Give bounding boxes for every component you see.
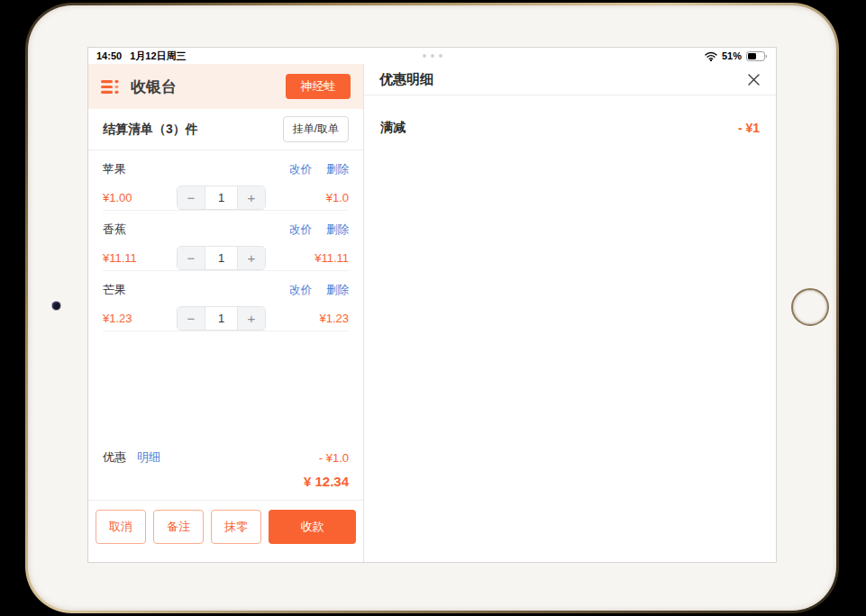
item-unit-price: ¥1.00	[103, 191, 168, 204]
delete-item-link[interactable]: 删除	[326, 283, 349, 298]
battery-percent: 51%	[722, 50, 742, 61]
cashier-header: 收银台 神经蛙	[88, 64, 363, 109]
discount-amount: - ¥1.0	[319, 451, 349, 465]
decrease-qty-button[interactable]: −	[178, 247, 205, 269]
quantity-stepper: − 1 +	[177, 246, 266, 270]
discount-label: 优惠	[103, 449, 126, 466]
menu-list-icon	[101, 79, 120, 95]
item-name: 香蕉	[103, 222, 126, 238]
discount-row-value: - ¥1	[738, 121, 760, 135]
page-title: 收银台	[131, 77, 177, 97]
quantity-stepper: − 1 +	[177, 186, 266, 210]
increase-qty-button[interactable]: +	[238, 186, 265, 209]
cart-item-row: 香蕉 改价 删除 ¥11.11 − 1 +	[88, 211, 363, 271]
item-unit-price: ¥11.11	[103, 251, 168, 265]
change-price-link[interactable]: 改价	[289, 162, 312, 177]
checkout-list-header: 结算清单（3）件 挂单/取单	[88, 109, 363, 150]
status-right: 51%	[705, 50, 768, 61]
increase-qty-button[interactable]: +	[238, 247, 265, 269]
discount-row-label: 满减	[380, 120, 406, 136]
quantity-stepper: − 1 +	[177, 306, 266, 331]
checkout-button[interactable]: 收款	[269, 510, 356, 544]
cart-item-row: 芒果 改价 删除 ¥1.23 − 1 +	[88, 271, 363, 331]
order-summary: 优惠 明细 - ¥1.0 ¥ 12.34	[88, 449, 363, 500]
discount-detail-panel: 优惠明细 满减 - ¥1	[364, 64, 776, 562]
close-icon[interactable]	[747, 73, 761, 86]
decrease-qty-button[interactable]: −	[178, 307, 205, 330]
battery-icon	[746, 51, 768, 61]
item-line-total: ¥11.11	[284, 251, 349, 265]
cancel-button[interactable]: 取消	[96, 510, 146, 544]
brand-button[interactable]: 神经蛙	[286, 74, 351, 99]
discount-panel-title: 优惠明细	[379, 71, 433, 88]
cart-item-row: 苹果 改价 删除 ¥1.00 − 1 +	[88, 150, 363, 211]
app-screen: 14:501月12日周三 51%	[87, 47, 777, 563]
qty-value: 1	[205, 307, 238, 330]
action-bar: 取消 备注 抹零 收款	[88, 500, 363, 562]
round-off-button[interactable]: 抹零	[211, 510, 261, 544]
status-time: 14:50	[96, 50, 122, 61]
item-unit-price: ¥1.23	[103, 312, 168, 325]
discount-detail-link[interactable]: 明细	[137, 449, 160, 466]
item-line-total: ¥1.0	[284, 191, 349, 204]
increase-qty-button[interactable]: +	[238, 307, 265, 330]
screenshot-stage: 14:501月12日周三 51%	[0, 0, 866, 616]
multitask-dots-icon	[423, 54, 442, 58]
change-price-link[interactable]: 改价	[289, 283, 312, 298]
front-camera	[52, 302, 60, 310]
item-line-total: ¥1.23	[284, 312, 349, 325]
discount-row: 满减 - ¥1	[364, 120, 776, 136]
status-left: 14:501月12日周三	[96, 50, 195, 63]
wifi-icon	[705, 51, 717, 61]
change-price-link[interactable]: 改价	[289, 222, 312, 238]
item-name: 苹果	[103, 161, 126, 177]
note-button[interactable]: 备注	[153, 510, 204, 544]
delete-item-link[interactable]: 删除	[326, 222, 349, 238]
app-content: 收银台 神经蛙 结算清单（3）件 挂单/取单 苹果 改价 删除	[88, 64, 776, 562]
status-bar: 14:501月12日周三 51%	[88, 48, 776, 64]
discount-panel-header: 优惠明细	[364, 64, 776, 95]
qty-value: 1	[205, 247, 238, 269]
qty-value: 1	[205, 186, 238, 209]
delete-item-link[interactable]: 删除	[326, 162, 349, 177]
cashier-panel: 收银台 神经蛙 结算清单（3）件 挂单/取单 苹果 改价 删除	[88, 64, 364, 562]
checkout-list-title: 结算清单（3）件	[103, 122, 198, 138]
item-name: 芒果	[103, 282, 126, 298]
decrease-qty-button[interactable]: −	[178, 186, 205, 209]
hold-retrieve-order-button[interactable]: 挂单/取单	[283, 116, 349, 142]
status-date: 1月12日周三	[130, 50, 186, 61]
home-button[interactable]	[791, 288, 829, 326]
order-total: ¥ 12.34	[103, 474, 349, 489]
